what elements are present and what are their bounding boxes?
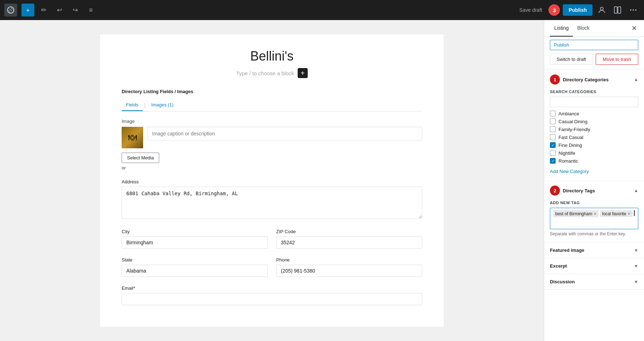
zip-input[interactable] (276, 236, 422, 249)
or-text: or (122, 165, 422, 170)
category-casual-dining: Casual Dining (550, 119, 638, 124)
featured-image-title: Featured image (550, 248, 584, 253)
tag-chip-remove-1[interactable]: × (594, 211, 596, 216)
tags-chevron-icon: ▲ (634, 188, 638, 193)
category-checkbox-fast-casual[interactable] (550, 134, 556, 140)
featured-image-chevron-icon: ▼ (634, 248, 638, 253)
zip-field: ZIP Code (276, 229, 422, 249)
excerpt-header[interactable]: Excerpt ▼ (544, 258, 644, 274)
city-input[interactable] (122, 236, 268, 249)
publish-button[interactable]: Publish (563, 4, 592, 16)
category-fine-dining: ✓ Fine Dining (550, 142, 638, 148)
tag-chip-remove-2[interactable]: × (628, 211, 630, 216)
directory-categories-header[interactable]: 1 Directory Categories ▲ (544, 69, 644, 90)
redo-button[interactable]: ↪ (69, 4, 82, 16)
select-media-button[interactable]: Select Media (122, 153, 159, 163)
svg-point-4 (630, 9, 631, 11)
editor-mode-button[interactable] (611, 4, 624, 16)
svg-point-1 (600, 7, 603, 10)
city-field: City (122, 229, 268, 249)
directory-tags-header[interactable]: 2 Directory Tags ▲ (544, 181, 644, 201)
add-block-inline-button[interactable]: + (298, 68, 308, 78)
toolbar: ＋ ✏ ↩ ↪ ≡ Save draft 3 Publish (0, 0, 644, 20)
add-block-button[interactable]: ＋ (21, 4, 34, 16)
phone-input[interactable] (276, 265, 422, 277)
section-heading: Directory Listing Fields / Images (122, 89, 422, 94)
post-title[interactable]: Bellini's (122, 49, 422, 64)
tag-input-box[interactable]: best of Birmingham × local favorite × (550, 208, 638, 229)
add-new-category-link[interactable]: Add New Category (550, 169, 589, 174)
directory-categories-body: SEARCH CATEGORIES Ambiance Casual Dining… (544, 90, 644, 180)
toolbar-right: Save draft 3 Publish (516, 4, 640, 16)
image-caption-input[interactable] (147, 127, 422, 140)
address-textarea[interactable]: 6801 Cahaba Valley Rd, Birmingham, AL (122, 187, 422, 219)
fields-tabs-row: Fields | Images (1) (122, 100, 422, 111)
sidebar-tab-listing[interactable]: Listing (550, 20, 573, 37)
city-zip-row: City ZIP Code (122, 229, 422, 249)
main-layout: Bellini's Type / to choose a block + Dir… (0, 20, 644, 341)
tag-chip-label-2: local favorite (602, 211, 626, 216)
category-label-family-friendly: Family-Friendly (558, 127, 590, 132)
state-phone-row: State Phone (122, 257, 422, 277)
category-romantic: ✓ Romantic (550, 158, 638, 164)
editor-inner: Bellini's Type / to choose a block + Dir… (100, 34, 444, 327)
directory-categories-panel: 1 Directory Categories ▲ SEARCH CATEGORI… (544, 69, 644, 181)
state-label: State (122, 257, 268, 263)
undo-button[interactable]: ↩ (53, 4, 66, 16)
email-section: Email* (122, 285, 422, 305)
categories-chevron-icon: ▲ (634, 77, 638, 82)
search-categories-label: SEARCH CATEGORIES (550, 90, 638, 94)
discussion-header[interactable]: Discussion ▼ (544, 274, 644, 289)
tab-images[interactable]: Images (1) (147, 100, 178, 111)
category-checkbox-casual-dining[interactable] (550, 119, 556, 124)
email-label: Email* (122, 285, 422, 291)
tab-fields[interactable]: Fields (122, 100, 143, 111)
tag-input-cursor (634, 210, 635, 216)
editor-area: Bellini's Type / to choose a block + Dir… (0, 20, 544, 341)
directory-tags-title: Directory Tags (563, 188, 595, 193)
category-label-ambiance: Ambiance (558, 111, 579, 116)
profile-icon-button[interactable] (595, 4, 608, 16)
discussion-title: Discussion (550, 279, 575, 284)
discussion-panel: Discussion ▼ (544, 274, 644, 290)
list-view-button[interactable]: ≡ (84, 4, 97, 16)
tag-chip-label-1: best of Birmingham (555, 211, 592, 216)
excerpt-title: Excerpt (550, 263, 567, 269)
save-draft-button[interactable]: Save draft (516, 5, 546, 15)
category-label-fine-dining: Fine Dining (558, 143, 582, 148)
category-label-nightlife: Nightlife (558, 150, 575, 156)
category-checkbox-ambiance[interactable] (550, 111, 556, 116)
switch-to-draft-button[interactable]: Switch to draft (550, 54, 593, 65)
tools-button[interactable]: ✏ (37, 4, 50, 16)
sidebar-close-button[interactable]: ✕ (630, 23, 638, 34)
wp-logo[interactable] (4, 4, 17, 16)
tag-chip-local-favorite: local favorite × (600, 210, 633, 217)
category-checkbox-nightlife[interactable] (550, 150, 556, 156)
category-checkbox-family-friendly[interactable] (550, 126, 556, 132)
move-to-trash-button[interactable]: Move to trash (596, 54, 639, 65)
svg-rect-2 (614, 7, 617, 13)
right-sidebar: Listing Block ✕ Switch to draft Move to … (544, 20, 644, 341)
featured-image-header[interactable]: Featured image ▼ (544, 242, 644, 258)
status-search-input[interactable] (550, 40, 638, 50)
options-button[interactable] (627, 4, 640, 16)
phone-field: Phone (276, 257, 422, 277)
email-input[interactable] (122, 293, 422, 305)
category-family-friendly: Family-Friendly (550, 126, 638, 132)
directory-tags-body: ADD NEW TAG best of Birmingham × local f… (544, 201, 644, 242)
sidebar-tab-block[interactable]: Block (573, 20, 594, 37)
city-label: City (122, 229, 268, 234)
zip-label: ZIP Code (276, 229, 422, 234)
sidebar-status-area: Switch to draft Move to trash (544, 37, 644, 69)
add-tag-label: ADD NEW TAG (550, 201, 638, 205)
step3-badge: 3 (548, 4, 560, 16)
category-checkbox-romantic[interactable]: ✓ (550, 158, 556, 164)
directory-categories-title: Directory Categories (563, 77, 609, 82)
category-nightlife: Nightlife (550, 150, 638, 156)
step1-badge: 1 (550, 75, 560, 85)
category-checkbox-fine-dining[interactable]: ✓ (550, 142, 556, 148)
svg-point-5 (633, 9, 634, 11)
action-buttons: Switch to draft Move to trash (550, 54, 638, 65)
state-input[interactable] (122, 265, 268, 277)
search-categories-input[interactable] (550, 97, 638, 107)
